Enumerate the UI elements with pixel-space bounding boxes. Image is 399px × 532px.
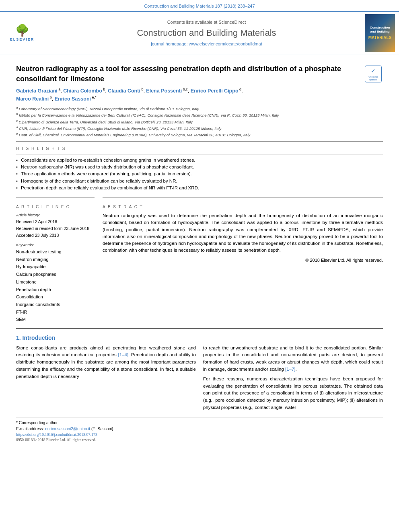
article-info-col: A R T I C L E I N F O Article history: R… xyxy=(16,197,95,323)
footnote-corresponding: * Corresponding author. xyxy=(16,420,383,426)
journal-homepage: journal homepage: www.elsevier.com/locat… xyxy=(52,41,361,47)
article-title-section: Neutron radiography as a tool for assess… xyxy=(16,64,383,84)
keyword-5: Limestone xyxy=(16,278,95,286)
footnotes: * Corresponding author. E-mail address: … xyxy=(16,417,383,443)
keywords-label: Keywords: xyxy=(16,242,95,247)
date-received: Received 2 April 2018 xyxy=(16,218,95,225)
keyword-2: Neutron imaging xyxy=(16,256,95,263)
header-center: Contents lists available at ScienceDirec… xyxy=(48,19,365,47)
abstract-text: Neutron radiography was used to determin… xyxy=(103,212,383,254)
highlights-box: Consolidants are applied to re-establish… xyxy=(16,154,383,194)
article-dates: Received 2 April 2018 Received in revise… xyxy=(16,218,95,238)
check-badge[interactable]: ✓ Check for updates xyxy=(365,66,382,82)
abstract-heading: A B S T R A C T xyxy=(103,204,383,210)
intro-right-text-2: For these reasons, numerous characteriza… xyxy=(203,376,383,411)
affil-d: d CNR, Istituto di Fisica del Plasma (IF… xyxy=(16,125,383,131)
author-possenti: Elena Possenti xyxy=(146,88,182,94)
author-colombo: Chiara Colombo xyxy=(63,88,102,94)
journal-title: Construction and Building Materials xyxy=(52,27,361,39)
introduction-body: Stone consolidants are products aimed at… xyxy=(16,345,383,414)
main-content: Neutron radiography as a tool for assess… xyxy=(0,55,399,447)
cover-materials-text: MATERIALS xyxy=(368,35,392,41)
cover-title-text: Constructionand Building xyxy=(370,26,390,33)
highlight-1: Consolidants are applied to re-establish… xyxy=(16,157,383,164)
issn-line: 0950-0618/© 2018 Elsevier Ltd. All right… xyxy=(16,438,383,443)
doi-link[interactable]: https://doi.org/10.1016/j.conbuildmat.20… xyxy=(16,432,383,438)
highlight-5: Penetration depth can be reliably evalua… xyxy=(16,185,383,191)
author-possenti-sup: b,c xyxy=(182,87,188,91)
sciencedirect-line: Contents lists available at ScienceDirec… xyxy=(52,19,361,25)
email-label: E-mail address: xyxy=(16,427,44,431)
author-graziani: Gabriela Graziani xyxy=(16,88,58,94)
intro-right-col: to reach the unweathered substrate and t… xyxy=(203,345,383,414)
abstract-col: A B S T R A C T Neutron radiography was … xyxy=(103,197,383,323)
email-tail: (E. Sassoni). xyxy=(91,427,114,431)
header-logo: 🌳 ELSEVIER xyxy=(4,22,48,44)
keyword-7: Consolidation xyxy=(16,293,95,301)
intro-left-col: Stone consolidants are products aimed at… xyxy=(16,345,196,414)
article-title: Neutron radiography as a tool for assess… xyxy=(16,64,359,84)
header-cover: Constructionand Building MATERIALS xyxy=(365,14,395,52)
author-realini: Marco Realini xyxy=(16,96,49,102)
author-sassoni-sup: e,* xyxy=(91,95,97,99)
footnote-email: E-mail address: enrico.sassoni2@unibo.it… xyxy=(16,426,383,432)
affiliations: a Laboratory of NanoBiotechnology (NaBi)… xyxy=(16,105,383,138)
affil-e: e Dept. of Civil, Chemical, Environmenta… xyxy=(16,131,383,138)
ref-1-7: [1–7] xyxy=(285,367,296,372)
keyword-6: Penetration depth xyxy=(16,286,95,294)
elsevier-tree-icon: 🌳 xyxy=(15,25,29,36)
top-journal-text: Construction and Building Materials 187 … xyxy=(144,4,255,8)
authors-line: Gabriela Graziani a, Chiara Colombo b, C… xyxy=(16,87,383,103)
date-accepted: Accepted 23 July 2018 xyxy=(16,232,95,239)
info-abstract-section: A R T I C L E I N F O Article history: R… xyxy=(16,197,383,323)
author-colombo-sup: b xyxy=(102,87,105,91)
author-cippo: Enrico Perelli Cippo xyxy=(191,88,239,94)
article-info: A R T I C L E I N F O Article history: R… xyxy=(16,197,95,323)
author-conti-sup: b xyxy=(140,87,144,91)
elsevier-wordmark: ELSEVIER xyxy=(10,37,35,42)
sciencedirect-prefix: Contents lists available at ScienceDirec… xyxy=(167,20,246,25)
divider-thick xyxy=(16,142,383,142)
intro-right-text-1: to reach the unweathered substrate and t… xyxy=(203,345,383,373)
top-journal-line: Construction and Building Materials 187 … xyxy=(0,0,399,11)
keyword-4: Calcium phosphates xyxy=(16,271,95,278)
author-cippo-sup: d xyxy=(239,87,242,91)
abstract-section: A B S T R A C T Neutron radiography was … xyxy=(103,197,383,263)
affil-a: a Laboratory of NanoBiotechnology (NaBi)… xyxy=(16,105,383,112)
author-realini-sup: b xyxy=(49,95,52,99)
affil-c: c Dipartimento di Scienze della Terra, U… xyxy=(16,119,383,125)
date-revised: Received in revised form 23 June 2018 xyxy=(16,225,95,232)
highlight-3: Three application methods were compared … xyxy=(16,170,383,177)
copyright-line: © 2018 Elsevier Ltd. All rights reserved… xyxy=(103,257,383,263)
divider-thick-2 xyxy=(16,328,383,329)
email-address[interactable]: enrico.sassoni2@unibo.it xyxy=(45,427,90,431)
check-icon: ✓ xyxy=(371,67,376,75)
history-label: Article history: xyxy=(16,212,95,218)
author-sassoni: Enrico Sassoni xyxy=(55,96,91,102)
ref-1-4: [1–4] xyxy=(118,352,129,357)
keyword-9: FT-IR xyxy=(16,308,95,316)
highlights-heading: H I G H L I G H T S xyxy=(16,146,383,152)
page-container: Construction and Building Materials 187 … xyxy=(0,0,399,532)
header: 🌳 ELSEVIER Contents lists available at S… xyxy=(0,11,399,55)
introduction-title: 1. Introduction xyxy=(16,334,383,342)
cover-image: Constructionand Building MATERIALS xyxy=(365,14,395,52)
check-updates-label: Check for updates xyxy=(365,76,381,81)
elsevier-logo: 🌳 ELSEVIER xyxy=(4,22,40,44)
keyword-10: SEM xyxy=(16,316,95,323)
keyword-1: Non-destructive testing xyxy=(16,248,95,256)
homepage-label: journal homepage: www.elsevier.com/locat… xyxy=(151,41,262,46)
article-info-heading: A R T I C L E I N F O xyxy=(16,204,95,210)
keyword-8: Inorganic consolidants xyxy=(16,301,95,308)
intro-left-text: Stone consolidants are products aimed at… xyxy=(16,345,196,380)
keyword-3: Hydroxyapatite xyxy=(16,263,95,271)
author-graziani-sup: a xyxy=(58,87,61,91)
highlight-4: Homogeneity of the consolidant distribut… xyxy=(16,178,383,185)
check-updates-widget[interactable]: ✓ Check for updates xyxy=(365,66,383,82)
highlight-2: Neutron radiography (NR) was used to stu… xyxy=(16,164,383,170)
author-conti: Claudia Conti xyxy=(108,88,140,94)
affil-b: b Istituto per la Conservazione e la Val… xyxy=(16,112,383,118)
